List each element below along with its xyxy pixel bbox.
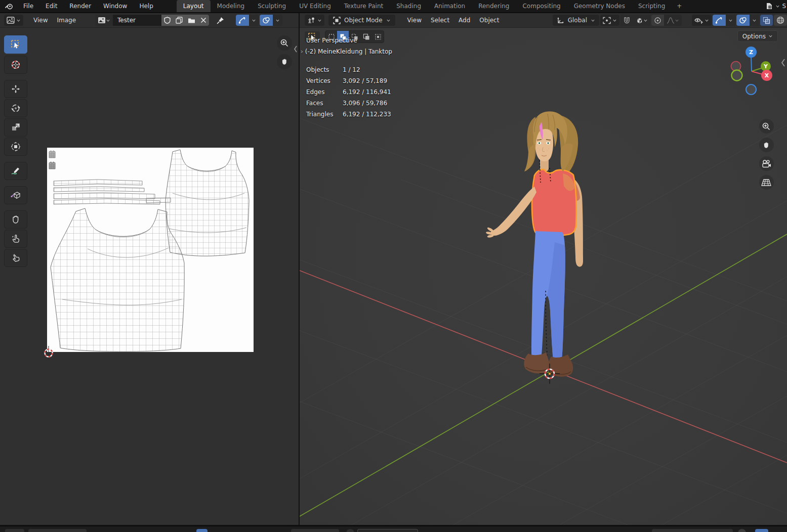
options-dropdown[interactable]: Options [737,30,778,42]
timeline-icon-partial[interactable] [738,529,746,532]
stat-value: 3,092 / 57,189 [343,75,387,86]
stat-label: Vertices [306,75,343,86]
gizmos-toggle-icon [236,15,249,26]
mode-selector[interactable]: Object Mode [328,15,395,26]
viewport-overlay-text: User Perspective › (-2) MeineKleidung | … [306,35,392,120]
shading-wireframe-globe-icon[interactable] [774,15,787,26]
gizmos-toggle-icon [713,15,726,26]
collapse-region-chevron-icon[interactable] [293,45,298,54]
timeline-field-partial[interactable] [291,529,339,532]
vp-menu-add[interactable]: Add [454,17,474,24]
timeline-button-partial[interactable] [5,529,24,532]
transform-icon[interactable] [4,138,27,156]
timeline-icon-partial[interactable] [346,529,354,532]
vp-overlays-toggle[interactable] [736,15,759,26]
viewport-3d: Object Mode View Select Add Object Globa… [300,13,787,525]
proportional-editing-icon [651,15,664,26]
vp-menu-object[interactable]: Object [475,17,503,24]
chevron-down-icon [768,34,773,38]
project-box-icon[interactable] [4,186,27,204]
uv-island-front[interactable] [51,208,184,351]
open-image-folder-icon[interactable] [185,15,198,26]
vp-menu-select[interactable]: Select [427,17,453,24]
stat-value: 6,192 / 116,941 [343,86,391,98]
timeline-playhead-partial[interactable] [196,529,208,532]
annotate-icon[interactable] [4,162,27,180]
pivot-point-dropdown[interactable] [600,15,619,26]
vp-gizmos-toggle[interactable] [713,15,735,26]
blender-logo-icon[interactable] [0,3,17,10]
character-model[interactable] [486,111,583,377]
new-image-icon[interactable] [173,15,185,26]
vp-menu-view[interactable]: View [403,17,426,24]
image-gizmos-toggle[interactable] [236,15,259,26]
snap-controls[interactable] [620,15,650,26]
visibility-eye-icon [694,17,703,24]
camera-view-icon[interactable] [759,156,774,171]
pin-icon[interactable] [216,16,225,25]
proportional-editing-controls[interactable] [651,15,682,26]
image-menu-image[interactable]: Image [53,17,80,24]
jeans[interactable] [531,231,565,360]
zoom-icon[interactable] [759,119,774,134]
menu-help[interactable]: Help [133,0,159,12]
menu-render[interactable]: Render [63,0,97,12]
editor-type-3d-viewport-icon[interactable] [305,15,324,26]
rotate-icon[interactable] [4,99,27,117]
workspace-tab-rendering[interactable]: Rendering [472,0,516,12]
add-workspace-button[interactable]: + [672,3,687,10]
fake-user-shield-icon[interactable] [161,15,173,26]
pinch-finger-icon[interactable] [4,249,27,267]
image-overlays-toggle[interactable] [260,15,282,26]
tweak-select-icon[interactable] [4,35,27,54]
workspace-tab-geometry-nodes[interactable]: Geometry Nodes [567,0,632,12]
timeline-button-partial[interactable] [755,529,768,532]
relax-finger-icon[interactable] [4,230,27,248]
image-editor: View Image Tester [0,13,299,525]
viewport-canvas[interactable]: Options User Perspective › (-2) MeineKle… [300,28,787,525]
timeline-field-partial[interactable] [28,529,87,532]
editor-type-image-icon[interactable] [4,15,23,26]
xray-toggle[interactable] [760,15,773,26]
options-label: Options [742,33,766,40]
unlink-image-icon[interactable] [198,15,209,26]
workspace-tab-texture-paint[interactable]: Texture Paint [338,0,390,12]
overlay-expand-chevron-icon[interactable]: › [301,46,303,57]
move-icon[interactable] [4,80,27,98]
menu-file[interactable]: File [17,0,39,12]
transform-orientation-dropdown[interactable]: Global [553,15,599,26]
timeline-frame-field-partial[interactable] [357,529,418,532]
pan-hand-icon[interactable] [277,54,292,69]
menu-window[interactable]: Window [97,0,133,12]
chevron-down-icon [775,4,780,9]
menu-edit[interactable]: Edit [39,0,63,12]
visibility-dropdown[interactable] [692,15,712,26]
viewport-nav-buttons [751,58,781,190]
uv-image-canvas[interactable] [47,148,254,352]
uv-strip-islands [54,180,171,204]
workspace-tab-scripting[interactable]: Scripting [632,0,672,12]
ortho-grid-icon[interactable] [759,175,774,190]
workspace-tab-animation[interactable]: Animation [428,0,472,12]
timeline-field-partial[interactable] [652,529,733,532]
stat-label: Triangles [306,109,343,120]
image-menu-view[interactable]: View [29,17,52,24]
workspace-tab-modeling[interactable]: Modeling [211,0,252,12]
cursor-2d-icon[interactable] [4,56,27,74]
workspace-tab-compositing[interactable]: Compositing [516,0,567,12]
status-bar [0,526,787,532]
gizmo-axis-y-neg[interactable] [732,70,742,81]
scene-selector[interactable]: S [765,3,787,10]
workspace-tab-sculpting[interactable]: Sculpting [251,0,293,12]
scale-icon[interactable] [4,118,27,137]
workspace-tab-layout[interactable]: Layout [177,0,211,12]
uv-island-back[interactable] [165,150,249,256]
pan-hand-icon[interactable] [759,138,774,152]
grab-hand-icon[interactable] [4,210,27,229]
image-name-field[interactable]: Tester [113,15,161,26]
workspace-tab-shading[interactable]: Shading [390,0,428,12]
zoom-icon[interactable] [277,35,292,51]
jeans-seam-dashes [546,291,547,356]
browse-image-icon[interactable] [95,15,113,26]
workspace-tab-uv-editing[interactable]: UV Editing [293,0,338,12]
